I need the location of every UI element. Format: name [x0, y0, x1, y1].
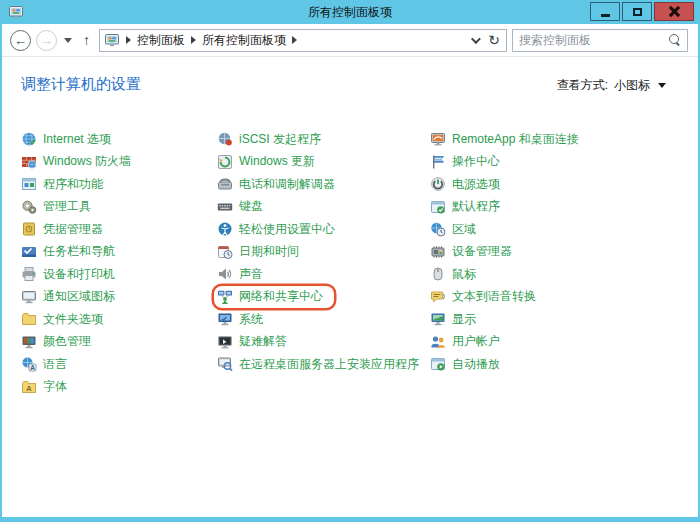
breadcrumb-separator-icon [126, 36, 131, 44]
address-dropdown-icon[interactable] [471, 34, 481, 44]
control-panel-item-ease-of-access-center[interactable]: 轻松使用设置中心 [217, 218, 341, 241]
control-panel-item-autoplay[interactable]: 自动播放 [430, 353, 506, 376]
items-column-1: Internet 选项Windows 防火墙程序和功能管理工具凭据管理器任务栏和… [21, 128, 217, 398]
windows-update-icon [217, 154, 233, 170]
items-column-3: RemoteApp 和桌面连接操作中心电源选项默认程序区域设备管理器鼠标文本到语… [430, 128, 680, 398]
control-panel-item-power-options[interactable]: 电源选项 [430, 173, 506, 196]
search-box[interactable] [512, 29, 688, 52]
close-button[interactable] [654, 2, 694, 21]
control-panel-item-taskbar-and-navigation[interactable]: 任务栏和导航 [21, 241, 121, 264]
control-panel-item-system[interactable]: 系统 [217, 308, 269, 331]
breadcrumb-separator-icon [191, 36, 196, 44]
default-programs-icon [430, 199, 446, 215]
devices-and-printers-icon [21, 266, 37, 282]
control-panel-item-label: 设备和打印机 [43, 266, 115, 283]
recent-locations-dropdown-icon[interactable] [64, 38, 72, 43]
control-panel-item-iscsi-initiator[interactable]: iSCSI 发起程序 [217, 128, 327, 151]
control-panel-item-label: 设备管理器 [452, 243, 512, 260]
troubleshooting-icon [217, 334, 233, 350]
back-button[interactable]: ← [10, 30, 31, 51]
maximize-button[interactable] [622, 2, 652, 21]
view-by-dropdown-icon[interactable] [658, 83, 666, 88]
control-panel-item-phone-and-modem[interactable]: 电话和调制解调器 [217, 173, 341, 196]
refresh-icon[interactable]: ↻ [488, 33, 500, 47]
control-panel-item-user-accounts[interactable]: 用户帐户 [430, 331, 506, 354]
mouse-icon [430, 266, 446, 282]
power-options-icon [430, 176, 446, 192]
control-panel-item-label: 疑难解答 [239, 333, 287, 350]
control-panel-item-administrative-tools[interactable]: 管理工具 [21, 196, 97, 219]
control-panel-item-label: 文本到语音转换 [452, 288, 536, 305]
device-manager-icon [430, 244, 446, 260]
control-panel-item-remoteapp-and-desktop-connections[interactable]: RemoteApp 和桌面连接 [430, 128, 585, 151]
control-panel-item-label: 字体 [43, 378, 67, 395]
control-panel-item-label: 任务栏和导航 [43, 243, 115, 260]
control-panel-item-label: 网络和共享中心 [239, 288, 323, 305]
control-panel-item-device-manager[interactable]: 设备管理器 [430, 241, 518, 264]
control-panel-item-action-center[interactable]: 操作中心 [430, 151, 506, 174]
control-panel-item-label: 通知区域图标 [43, 288, 115, 305]
svg-text:A: A [26, 384, 32, 393]
control-panel-item-credential-manager[interactable]: 凭据管理器 [21, 218, 109, 241]
programs-and-features-icon [21, 176, 37, 192]
forward-button[interactable]: → [36, 30, 57, 51]
control-panel-item-internet-options[interactable]: Internet 选项 [21, 128, 117, 151]
control-panel-item-network-and-sharing-center[interactable]: 网络和共享中心 [214, 286, 334, 309]
control-panel-item-label: 管理工具 [43, 198, 91, 215]
breadcrumb-separator-icon [292, 36, 297, 44]
control-panel-item-folder-options[interactable]: 文件夹选项 [21, 308, 109, 331]
iscsi-initiator-icon [217, 131, 233, 147]
credential-manager-icon [21, 221, 37, 237]
color-management-icon [21, 334, 37, 350]
control-panel-item-text-to-speech[interactable]: 文本到语音转换 [430, 286, 542, 309]
language-icon: A [21, 356, 37, 372]
up-button[interactable]: ↑ [79, 32, 94, 48]
internet-options-icon [21, 131, 37, 147]
control-panel-item-label: 电源选项 [452, 176, 500, 193]
titlebar: 所有控制面板项 [2, 0, 698, 24]
control-panel-item-label: 系统 [239, 311, 263, 328]
text-to-speech-icon [430, 289, 446, 305]
control-panel-item-language[interactable]: A语言 [21, 353, 73, 376]
breadcrumb-segment-control-panel[interactable]: 控制面板 [137, 32, 185, 49]
control-panel-item-label: 凭据管理器 [43, 221, 103, 238]
control-panel-item-programs-and-features[interactable]: 程序和功能 [21, 173, 109, 196]
control-panel-item-remote-desktop-app-install[interactable]: 在远程桌面服务器上安装应用程序 [217, 353, 425, 376]
control-panel-items-grid: Internet 选项Windows 防火墙程序和功能管理工具凭据管理器任务栏和… [21, 128, 680, 398]
control-panel-item-windows-update[interactable]: Windows 更新 [217, 151, 321, 174]
control-panel-item-label: 自动播放 [452, 356, 500, 373]
control-panel-item-date-and-time[interactable]: 日期和时间 [217, 241, 305, 264]
control-panel-item-fonts[interactable]: A字体 [21, 376, 73, 399]
control-panel-item-color-management[interactable]: 颜色管理 [21, 331, 97, 354]
control-panel-item-label: 键盘 [239, 198, 263, 215]
view-by-value[interactable]: 小图标 [614, 77, 650, 94]
control-panel-item-default-programs[interactable]: 默认程序 [430, 196, 506, 219]
region-icon [430, 221, 446, 237]
control-panel-item-label: 区域 [452, 221, 476, 238]
control-panel-item-devices-and-printers[interactable]: 设备和打印机 [21, 263, 121, 286]
control-panel-item-notification-area-icons[interactable]: 通知区域图标 [21, 286, 121, 309]
view-by-control[interactable]: 查看方式: 小图标 [557, 77, 666, 94]
search-input[interactable] [519, 33, 669, 47]
control-panel-item-windows-firewall[interactable]: Windows 防火墙 [21, 151, 137, 174]
control-panel-item-troubleshooting[interactable]: 疑难解答 [217, 331, 293, 354]
control-panel-item-label: 电话和调制解调器 [239, 176, 335, 193]
date-and-time-icon [217, 244, 233, 260]
control-panel-item-sound[interactable]: 声音 [217, 263, 269, 286]
sound-icon [217, 266, 233, 282]
search-icon [669, 34, 681, 46]
user-accounts-icon [430, 334, 446, 350]
breadcrumb-segment-all-items[interactable]: 所有控制面板项 [202, 32, 286, 49]
control-panel-item-label: RemoteApp 和桌面连接 [452, 131, 579, 148]
control-panel-item-keyboard[interactable]: 键盘 [217, 196, 269, 219]
minimize-button[interactable] [590, 2, 620, 21]
control-panel-item-display[interactable]: 显示 [430, 308, 482, 331]
remote-desktop-app-install-icon [217, 356, 233, 372]
control-panel-item-label: 在远程桌面服务器上安装应用程序 [239, 356, 419, 373]
control-panel-item-label: Windows 更新 [239, 153, 315, 170]
view-by-label: 查看方式: [557, 77, 608, 94]
windows-firewall-icon [21, 154, 37, 170]
breadcrumb[interactable]: 控制面板 所有控制面板项 ↻ [99, 29, 507, 52]
control-panel-item-mouse[interactable]: 鼠标 [430, 263, 482, 286]
control-panel-item-region[interactable]: 区域 [430, 218, 482, 241]
